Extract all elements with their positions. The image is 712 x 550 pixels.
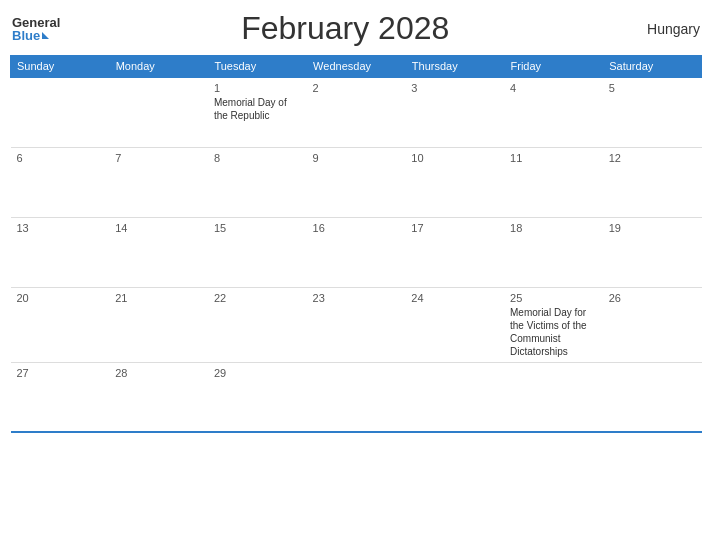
calendar-cell: 5	[603, 77, 702, 147]
calendar-cell	[307, 362, 406, 432]
day-number: 13	[17, 222, 104, 234]
calendar-cell: 4	[504, 77, 603, 147]
calendar-cell: 20	[11, 287, 110, 362]
calendar-cell: 9	[307, 147, 406, 217]
week-row-2: 13141516171819	[11, 217, 702, 287]
week-row-0: 1Memorial Day of the Republic2345	[11, 77, 702, 147]
day-number: 9	[313, 152, 400, 164]
day-number: 23	[313, 292, 400, 304]
calendar-cell: 7	[109, 147, 208, 217]
day-number: 14	[115, 222, 202, 234]
day-number: 10	[411, 152, 498, 164]
day-number: 6	[17, 152, 104, 164]
calendar-cell: 10	[405, 147, 504, 217]
calendar-cell: 15	[208, 217, 307, 287]
logo-triangle-icon	[42, 32, 49, 39]
day-number: 2	[313, 82, 400, 94]
calendar-header: General Blue February 2028 Hungary	[10, 10, 702, 47]
day-number: 29	[214, 367, 301, 379]
calendar-cell: 19	[603, 217, 702, 287]
day-number: 27	[17, 367, 104, 379]
day-number: 7	[115, 152, 202, 164]
weekday-monday: Monday	[109, 56, 208, 78]
calendar-wrapper: General Blue February 2028 Hungary Sunda…	[0, 0, 712, 550]
calendar-cell: 24	[405, 287, 504, 362]
calendar-cell	[405, 362, 504, 432]
calendar-cell: 18	[504, 217, 603, 287]
calendar-cell	[504, 362, 603, 432]
week-row-4: 272829	[11, 362, 702, 432]
day-number: 17	[411, 222, 498, 234]
day-number: 5	[609, 82, 696, 94]
weekday-friday: Friday	[504, 56, 603, 78]
day-number: 20	[17, 292, 104, 304]
day-number: 22	[214, 292, 301, 304]
calendar-cell: 8	[208, 147, 307, 217]
weekday-header-row: SundayMondayTuesdayWednesdayThursdayFrid…	[11, 56, 702, 78]
day-number: 11	[510, 152, 597, 164]
calendar-cell: 2	[307, 77, 406, 147]
day-number: 15	[214, 222, 301, 234]
calendar-cell	[603, 362, 702, 432]
calendar-cell: 13	[11, 217, 110, 287]
calendar-cell: 22	[208, 287, 307, 362]
weekday-thursday: Thursday	[405, 56, 504, 78]
calendar-cell: 1Memorial Day of the Republic	[208, 77, 307, 147]
calendar-cell: 12	[603, 147, 702, 217]
calendar-thead: SundayMondayTuesdayWednesdayThursdayFrid…	[11, 56, 702, 78]
calendar-table: SundayMondayTuesdayWednesdayThursdayFrid…	[10, 55, 702, 433]
weekday-sunday: Sunday	[11, 56, 110, 78]
calendar-title: February 2028	[60, 10, 630, 47]
day-number: 18	[510, 222, 597, 234]
weekday-wednesday: Wednesday	[307, 56, 406, 78]
day-number: 8	[214, 152, 301, 164]
calendar-cell	[11, 77, 110, 147]
day-number: 16	[313, 222, 400, 234]
week-row-3: 202122232425Memorial Day for the Victims…	[11, 287, 702, 362]
calendar-cell: 26	[603, 287, 702, 362]
day-number: 25	[510, 292, 597, 304]
day-number: 3	[411, 82, 498, 94]
calendar-cell: 28	[109, 362, 208, 432]
day-number: 12	[609, 152, 696, 164]
calendar-cell: 21	[109, 287, 208, 362]
event-text: Memorial Day for the Victims of the Comm…	[510, 307, 587, 357]
calendar-cell: 3	[405, 77, 504, 147]
day-number: 24	[411, 292, 498, 304]
weekday-tuesday: Tuesday	[208, 56, 307, 78]
logo: General Blue	[12, 16, 60, 42]
day-number: 19	[609, 222, 696, 234]
calendar-cell: 27	[11, 362, 110, 432]
calendar-cell: 25Memorial Day for the Victims of the Co…	[504, 287, 603, 362]
logo-general-text: General	[12, 16, 60, 29]
calendar-cell: 14	[109, 217, 208, 287]
day-number: 26	[609, 292, 696, 304]
day-number: 28	[115, 367, 202, 379]
week-row-1: 6789101112	[11, 147, 702, 217]
logo-blue-text: Blue	[12, 29, 40, 42]
calendar-cell: 29	[208, 362, 307, 432]
day-number: 4	[510, 82, 597, 94]
calendar-cell: 11	[504, 147, 603, 217]
day-number: 1	[214, 82, 301, 94]
country-label: Hungary	[630, 21, 700, 37]
calendar-cell	[109, 77, 208, 147]
calendar-cell: 17	[405, 217, 504, 287]
calendar-tbody: 1Memorial Day of the Republic23456789101…	[11, 77, 702, 432]
weekday-saturday: Saturday	[603, 56, 702, 78]
event-text: Memorial Day of the Republic	[214, 97, 287, 121]
day-number: 21	[115, 292, 202, 304]
calendar-cell: 23	[307, 287, 406, 362]
calendar-cell: 6	[11, 147, 110, 217]
calendar-cell: 16	[307, 217, 406, 287]
